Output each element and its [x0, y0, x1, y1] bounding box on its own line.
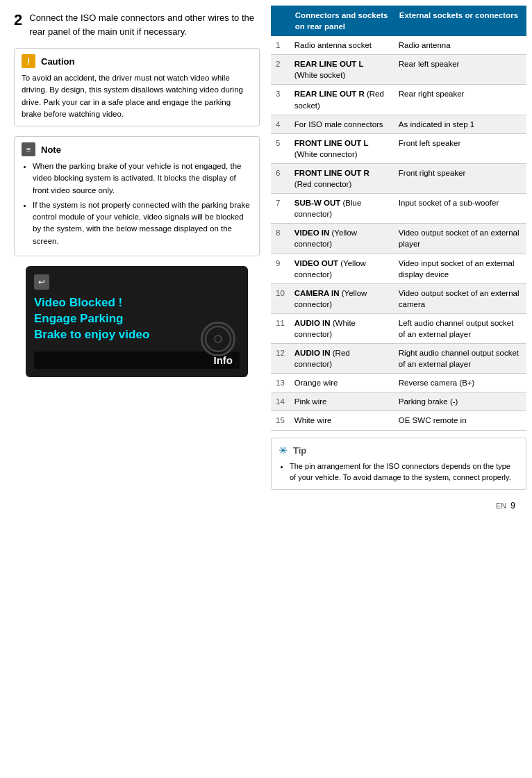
row-connector: AUDIO IN (Red connector) — [290, 344, 394, 374]
caution-text: To avoid an accident, the driver must no… — [22, 72, 252, 120]
table-row: 13Orange wireReverse camera (B+) — [271, 374, 526, 392]
row-connector: For ISO male connectors — [290, 115, 394, 133]
table-header-row: Connectors and sockets on rear panel Ext… — [271, 6, 526, 36]
connector-bold-text: VIDEO OUT — [294, 259, 338, 267]
row-external: OE SWC remote in — [394, 411, 526, 430]
table-row: 15White wireOE SWC remote in — [271, 411, 526, 430]
step-number: 2 — [14, 11, 22, 29]
back-button[interactable]: ↩ — [34, 274, 49, 290]
row-connector: Radio antenna socket — [290, 36, 394, 55]
svg-point-1 — [215, 336, 222, 342]
row-external: Front left speaker — [394, 133, 526, 163]
row-connector: Pink wire — [290, 392, 394, 411]
table-row: 12AUDIO IN (Red connector)Right audio ch… — [271, 344, 526, 374]
row-num: 10 — [271, 283, 290, 313]
row-num: 4 — [271, 115, 290, 133]
row-connector: FRONT LINE OUT L (White connector) — [290, 133, 394, 163]
connector-bold-text: FRONT LINE OUT R — [294, 169, 369, 177]
row-connector: REAR LINE OUT R (Red socket) — [290, 85, 394, 115]
video-line3: Brake to enjoy video — [34, 328, 149, 341]
note-item-1: When the parking brake of your vehicle i… — [33, 160, 252, 197]
row-external: Right audio channel output socket of an … — [394, 344, 526, 374]
row-connector: CAMERA IN (Yellow connector) — [290, 283, 394, 313]
table-row: 14Pink wireParking brake (-) — [271, 392, 526, 411]
table-row: 3REAR LINE OUT R (Red socket)Rear right … — [271, 85, 526, 115]
row-external: Input socket of a sub-woofer — [394, 194, 526, 224]
note-box: ≡ Note When the parking brake of your ve… — [14, 136, 260, 256]
table-row: 9VIDEO OUT (Yellow connector)Video input… — [271, 254, 526, 283]
connector-bold-text: AUDIO IN — [294, 319, 331, 327]
row-num: 2 — [271, 55, 290, 85]
row-external: As indicated in step 1 — [394, 115, 526, 133]
connector-bold-text: SUB-W OUT — [294, 199, 340, 207]
step-text: Connect the ISO male connectors and othe… — [29, 11, 260, 38]
row-connector: Orange wire — [290, 374, 394, 392]
caution-title: Caution — [41, 56, 74, 67]
row-connector: FRONT LINE OUT R (Red connector) — [290, 163, 394, 193]
video-line2: Engage Parking — [34, 312, 123, 325]
bottom-bar: EN 9 — [271, 495, 526, 516]
svg-point-0 — [206, 326, 231, 351]
tip-box: ✳ Tip The pin arrangement for the ISO co… — [271, 438, 526, 490]
connector-bold-text: AUDIO IN — [294, 349, 331, 357]
row-num: 11 — [271, 313, 290, 343]
table-row: 1Radio antenna socketRadio antenna — [271, 36, 526, 55]
row-num: 9 — [271, 254, 290, 283]
col-num-header — [271, 6, 290, 36]
col-external-header: External sockets or connectors — [394, 6, 526, 36]
caution-box: ! Caution To avoid an accident, the driv… — [14, 48, 260, 126]
row-connector: White wire — [290, 411, 394, 430]
note-header: ≡ Note — [22, 142, 252, 156]
row-connector: VIDEO IN (Yellow connector) — [290, 224, 394, 254]
row-num: 3 — [271, 85, 290, 115]
connector-bold-text: REAR LINE OUT L — [294, 60, 364, 68]
table-row: 11AUDIO IN (White connector)Left audio c… — [271, 313, 526, 343]
row-num: 15 — [271, 411, 290, 430]
row-num: 5 — [271, 133, 290, 163]
row-external: Video input socket of an external displa… — [394, 254, 526, 283]
row-external: Rear right speaker — [394, 85, 526, 115]
step-header: 2 Connect the ISO male connectors and ot… — [14, 11, 260, 38]
row-external: Parking brake (-) — [394, 392, 526, 411]
tip-header: ✳ Tip — [279, 444, 519, 457]
right-panel: Connectors and sockets on rear panel Ext… — [271, 0, 532, 778]
table-body: 1Radio antenna socketRadio antenna2REAR … — [271, 36, 526, 430]
table-row: 8VIDEO IN (Yellow connector)Video output… — [271, 224, 526, 254]
row-external: Reverse camera (B+) — [394, 374, 526, 392]
table-row: 4For ISO male connectorsAs indicated in … — [271, 115, 526, 133]
left-panel: 2 Connect the ISO male connectors and ot… — [0, 0, 271, 778]
col-connector-header: Connectors and sockets on rear panel — [290, 6, 394, 36]
tip-icon: ✳ — [279, 444, 288, 457]
row-external: Video output socket of an external playe… — [394, 224, 526, 254]
connector-bold-text: CAMERA IN — [294, 289, 340, 297]
row-num: 7 — [271, 194, 290, 224]
row-num: 13 — [271, 374, 290, 392]
page-number: 9 — [510, 501, 515, 511]
row-connector: VIDEO OUT (Yellow connector) — [290, 254, 394, 283]
row-connector: AUDIO IN (White connector) — [290, 313, 394, 343]
row-external: Front right speaker — [394, 163, 526, 193]
back-arrow-icon: ↩ — [38, 277, 45, 287]
row-num: 1 — [271, 36, 290, 55]
table-row: 2REAR LINE OUT L (White socket)Rear left… — [271, 55, 526, 85]
note-title: Note — [41, 144, 61, 155]
tip-title: Tip — [293, 445, 306, 456]
connector-bold-text: REAR LINE OUT R — [294, 90, 365, 98]
disc-icon — [201, 322, 235, 356]
note-list: When the parking brake of your vehicle i… — [22, 160, 252, 247]
table-row: 10CAMERA IN (Yellow connector)Video outp… — [271, 283, 526, 313]
row-num: 12 — [271, 344, 290, 374]
note-icon: ≡ — [22, 142, 35, 156]
connector-table: Connectors and sockets on rear panel Ext… — [271, 6, 526, 431]
connector-bold-text: VIDEO IN — [294, 229, 329, 237]
caution-header: ! Caution — [22, 54, 252, 68]
tip-item-1: The pin arrangement for the ISO connecto… — [290, 461, 519, 483]
row-external: Radio antenna — [394, 36, 526, 55]
row-connector: REAR LINE OUT L (White socket) — [290, 55, 394, 85]
table-row: 7SUB-W OUT (Blue connector)Input socket … — [271, 194, 526, 224]
video-screen: ↩ Video Blocked ! Engage Parking Brake t… — [26, 266, 248, 377]
row-external: Rear left speaker — [394, 55, 526, 85]
connector-bold-text: FRONT LINE OUT L — [294, 139, 369, 147]
table-row: 6FRONT LINE OUT R (Red connector)Front r… — [271, 163, 526, 193]
row-external: Left audio channel output socket of an e… — [394, 313, 526, 343]
